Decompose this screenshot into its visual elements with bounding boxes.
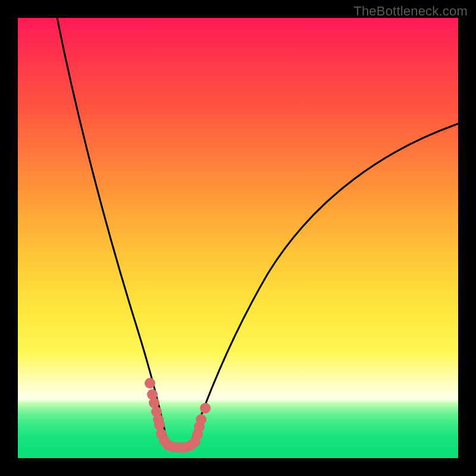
- watermark-text: TheBottleneck.com: [353, 4, 468, 19]
- svg-point-0: [145, 378, 155, 389]
- plot-area: [18, 18, 458, 458]
- svg-point-16: [196, 414, 206, 425]
- svg-point-5: [154, 419, 165, 430]
- right-curve: [190, 124, 458, 445]
- curves-layer: [18, 18, 458, 458]
- chart-stage: TheBottleneck.com: [0, 0, 476, 476]
- svg-point-17: [200, 403, 211, 414]
